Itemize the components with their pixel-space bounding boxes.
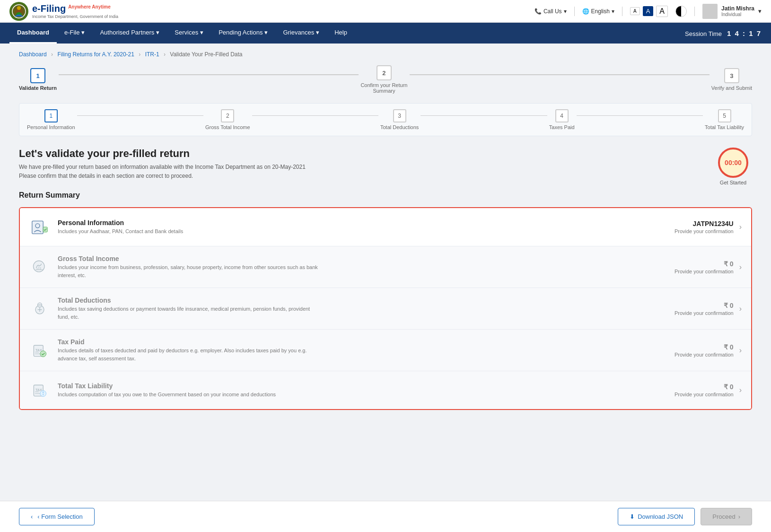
timer-circle: 00:00	[718, 148, 748, 178]
sub-step-1-circle: 1	[44, 109, 58, 122]
font-large-button[interactable]: A	[656, 6, 668, 17]
card-gross-income[interactable]: Gross Total Income Includes your income …	[20, 246, 751, 288]
sub-line-1	[77, 115, 203, 116]
card-tax-liability-right: ₹ 0 Provide your confirmation	[675, 383, 734, 397]
sub-step-5: 5 Total Tax Liability	[705, 109, 744, 130]
logo-area: e-Filing Anywhere Anytime Income Tax Dep…	[9, 2, 118, 21]
nav-authorised-partners[interactable]: Authorised Partners ▾	[92, 23, 167, 44]
logo-sub: Income Tax Department, Government of Ind…	[32, 14, 118, 19]
breadcrumb-filing-returns[interactable]: Filing Returns for A.Y. 2020-21	[57, 51, 134, 58]
language-selector[interactable]: 🌐 English ▾	[582, 8, 614, 15]
card-tax-liability[interactable]: TAX Total Tax Liability Includes computa…	[20, 371, 751, 409]
card-tax-liability-confirm: Provide your confirmation	[675, 392, 734, 397]
nav-efile[interactable]: e-File ▾	[57, 23, 93, 44]
divider-1	[574, 7, 575, 16]
card-gross-income-text: Gross Total Income Includes your income …	[58, 255, 675, 279]
step-2-circle: 2	[377, 65, 392, 80]
card-tax-liability-desc: Includes computation of tax you owe to t…	[58, 391, 323, 399]
card-tax-paid-right: ₹ 0 Provide your confirmation	[675, 343, 734, 358]
step-3-circle: 3	[724, 68, 739, 83]
card-tax-liability-value: ₹ 0	[724, 383, 734, 391]
grievances-dropdown-icon: ▾	[316, 29, 319, 36]
font-small-button[interactable]: A	[630, 7, 640, 15]
sub-line-2	[252, 115, 378, 116]
session-timer: 1 4 : 1 7	[727, 29, 762, 37]
tax-icon: TAX	[29, 340, 50, 361]
card-tax-paid-desc: Includes details of taxes deducted and p…	[58, 347, 323, 362]
sub-step-1-label: Personal Information	[27, 124, 75, 130]
card-tax-paid[interactable]: TAX Tax Paid Includes details of taxes d…	[20, 330, 751, 371]
timer-label: Get Started	[714, 180, 752, 185]
step-1-circle: 1	[30, 68, 45, 83]
validate-sub-1: We have pre-filled your return based on …	[19, 163, 306, 172]
svg-point-14	[43, 392, 44, 393]
chevron-right-icon-2: ›	[739, 263, 742, 271]
nav-dashboard[interactable]: Dashboard	[9, 23, 57, 44]
card-deductions-confirm: Provide your confirmation	[675, 310, 734, 316]
svg-point-1	[17, 6, 21, 10]
deductions-icon	[29, 298, 50, 319]
logo-emblem	[9, 2, 28, 21]
logo-main: e-Filing Anywhere Anytime	[32, 3, 118, 14]
font-medium-button[interactable]: A	[643, 6, 654, 16]
breadcrumb: Dashboard › Filing Returns for A.Y. 2020…	[0, 44, 771, 61]
divider-2	[622, 7, 622, 16]
card-gross-income-title: Gross Total Income	[58, 255, 675, 262]
sub-step-3-label: Total Deductions	[380, 124, 419, 130]
card-personal-info[interactable]: Personal Information Includes your Aadha…	[20, 208, 751, 246]
sub-step-3: 3 Total Deductions	[380, 109, 419, 130]
sub-step-2: 2 Gross Total Income	[205, 109, 250, 130]
card-personal-info-right: JATPN1234U Provide your confirmation	[675, 220, 734, 234]
user-name: Jatin Mishra	[721, 5, 754, 12]
svg-rect-2	[32, 221, 43, 234]
sub-steps: 1 Personal Information 2 Gross Total Inc…	[27, 109, 744, 130]
timer-display: 00:00	[725, 159, 742, 166]
outer-steps: 1 Validate Return 2 Confirm your Return …	[19, 65, 752, 94]
step-2-label: Confirm your Return Summary	[360, 82, 408, 94]
nav-bar: Dashboard e-File ▾ Authorised Partners ▾…	[0, 23, 771, 44]
chevron-right-icon-5: ›	[739, 386, 742, 394]
chevron-right-icon-3: ›	[739, 305, 742, 313]
nav-services[interactable]: Services ▾	[167, 23, 211, 44]
card-total-deductions[interactable]: Total Deductions Includes tax saving ded…	[20, 288, 751, 330]
card-deductions-value: ₹ 0	[724, 302, 734, 309]
step-line-2	[410, 74, 710, 75]
sub-step-2-label: Gross Total Income	[205, 124, 250, 130]
card-personal-info-confirm: Provide your confirmation	[675, 228, 734, 234]
contrast-toggle[interactable]	[675, 6, 687, 17]
return-summary-section: Let's validate your pre-filled return We…	[19, 148, 752, 410]
sub-step-3-circle: 3	[393, 109, 406, 122]
validate-title: Let's validate your pre-filled return	[19, 148, 306, 160]
divider-3	[694, 7, 695, 16]
card-deductions-text: Total Deductions Includes tax saving ded…	[58, 297, 675, 321]
sub-step-4: 4 Taxes Paid	[549, 109, 575, 130]
nav-help[interactable]: Help	[327, 23, 355, 44]
step-1-label: Validate Return	[19, 85, 57, 91]
return-summary-title: Return Summary	[19, 191, 752, 200]
breadcrumb-itr1[interactable]: ITR-1	[145, 51, 159, 58]
logo-text: e-Filing Anywhere Anytime Income Tax Dep…	[32, 3, 118, 19]
card-personal-info-title: Personal Information	[58, 219, 675, 227]
timer-area: 00:00 Get Started	[714, 148, 752, 185]
sep-3: ›	[164, 51, 166, 58]
sub-steps-container: 1 Personal Information 2 Gross Total Inc…	[19, 103, 752, 136]
card-gross-income-confirm: Provide your confirmation	[675, 269, 734, 274]
top-right: 📞 Call Us ▾ 🌐 English ▾ A A A Jatin Mish…	[534, 4, 762, 19]
card-personal-info-value: JATPN1234U	[693, 220, 734, 227]
breadcrumb-dashboard[interactable]: Dashboard	[19, 51, 47, 58]
nav-grievances[interactable]: Grievances ▾	[275, 23, 327, 44]
sep-1: ›	[51, 51, 53, 58]
user-info[interactable]: Jatin Mishra Individual ▾	[702, 4, 762, 19]
card-tax-liability-text: Total Tax Liability Includes computation…	[58, 382, 675, 399]
session-time: Session Time 1 4 : 1 7	[685, 29, 762, 37]
top-bar: e-Filing Anywhere Anytime Income Tax Dep…	[0, 0, 771, 23]
nav-pending-actions[interactable]: Pending Actions ▾	[211, 23, 275, 44]
step-3: 3 Verify and Submit	[711, 68, 752, 91]
sub-line-4	[577, 115, 703, 116]
call-us-button[interactable]: 📞 Call Us ▾	[534, 8, 567, 15]
call-dropdown-icon: ▾	[564, 8, 567, 15]
validate-sub-2: Please confirm that the details in each …	[19, 172, 306, 181]
chevron-right-icon-1: ›	[739, 223, 742, 231]
phone-icon: 📞	[534, 8, 542, 15]
card-tax-liability-title: Total Tax Liability	[58, 382, 675, 390]
